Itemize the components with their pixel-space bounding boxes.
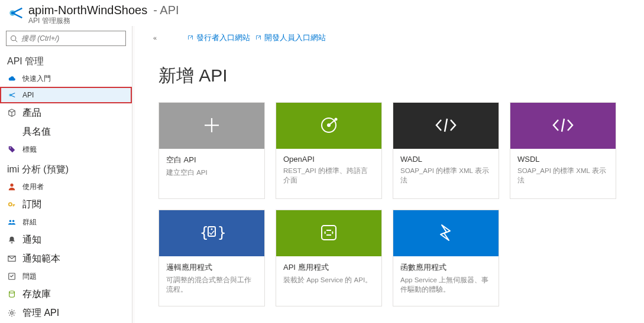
- sidebar-item-label: 通知: [22, 234, 41, 246]
- svg-point-6: [10, 184, 13, 187]
- tile-WADL[interactable]: WADLSOAP_API 的標準 XML 表示法: [393, 102, 499, 199]
- developer-portal-link[interactable]: 開發人員入口網站: [255, 32, 326, 43]
- mail-icon: [7, 254, 17, 263]
- tile-icon-area: [276, 210, 381, 256]
- svg-point-12: [9, 291, 15, 293]
- section-heading: imi 分析 (預覽): [0, 158, 132, 178]
- tag-icon: [7, 145, 17, 154]
- svg-point-7: [9, 203, 12, 205]
- tile-title: 空白 API: [166, 155, 257, 165]
- tile-title: WSDL: [517, 155, 609, 164]
- sidebar-item-產品[interactable]: 產品: [0, 103, 132, 122]
- tile-title: WADL: [400, 155, 491, 164]
- plus-icon: [201, 115, 222, 138]
- tile-description: SOAP_API 的標準 XML 表示法: [517, 166, 609, 185]
- sidebar-item-label: 具名值: [22, 126, 51, 138]
- tile-title: OpenAPI: [283, 155, 374, 164]
- sidebar-item-群組[interactable]: 群組: [0, 214, 132, 230]
- svg-point-13: [11, 312, 13, 314]
- code-icon: [434, 116, 458, 136]
- search-icon: [10, 35, 18, 43]
- tile-API 應用程式[interactable]: API 應用程式裝載於 App Service 的 API。: [276, 210, 382, 306]
- sidebar-item-通知範本[interactable]: 通知範本: [0, 249, 132, 268]
- repo-icon: [7, 289, 17, 299]
- tile-description: 建立空白 API: [166, 168, 257, 177]
- tile-title: API 應用程式: [283, 262, 374, 273]
- tile-title: 函數應用程式: [400, 262, 491, 273]
- tile-body: 邏輯應用程式可調整的混合式整合與工作流程。: [159, 256, 264, 306]
- sidebar-item-label: 存放庫: [22, 288, 51, 301]
- svg-text:}: }: [218, 224, 225, 241]
- sidebar-item-標籤[interactable]: 標籤: [0, 141, 132, 158]
- sidebar-item-問題[interactable]: 問題: [0, 268, 132, 285]
- tile-description: SOAP_API 的標準 XML 表示法: [400, 166, 491, 185]
- sidebar-item-label: 通知範本: [22, 253, 60, 265]
- resource-type: API 管理服務: [28, 16, 179, 26]
- openapi-icon: [317, 113, 341, 139]
- code-icon: [551, 116, 575, 136]
- issue-icon: [7, 272, 17, 281]
- svg-text:{: {: [200, 224, 208, 241]
- svg-point-1: [11, 12, 14, 15]
- tile-icon-area: [510, 103, 616, 149]
- resource-suffix: - API: [153, 4, 179, 17]
- svg-point-2: [11, 35, 16, 40]
- resource-name: apim-NorthWindShoes: [28, 4, 147, 17]
- tile-OpenAPI[interactable]: OpenAPIREST_API 的標準、跨語言介面: [276, 102, 382, 199]
- svg-point-17: [335, 118, 338, 120]
- apim-logo-icon: [8, 5, 23, 21]
- tile-WSDL[interactable]: WSDLSOAP_API 的標準 XML 表示法: [510, 102, 616, 199]
- sidebar-item-label: 群組: [22, 217, 37, 227]
- section-heading: API 管理: [0, 50, 132, 70]
- svg-point-5: [10, 148, 11, 149]
- sidebar-item-label: 產品: [22, 107, 41, 119]
- sidebar-item-label: 問題: [22, 272, 37, 282]
- tile-函數應用程式[interactable]: 函數應用程式App Service 上無伺服器、事件驅動的體驗。: [393, 210, 499, 306]
- search-input-wrap[interactable]: [6, 31, 126, 46]
- sidebar-item-快速入門[interactable]: 快速入門: [0, 70, 132, 87]
- sidebar-item-API[interactable]: API: [0, 87, 132, 103]
- publisher-portal-link[interactable]: 發行者入口網站: [187, 32, 250, 43]
- sidebar-item-通知[interactable]: 通知: [0, 230, 132, 249]
- sidebar-item-label: 快速入門: [22, 74, 51, 84]
- page-title: 新增 API: [158, 64, 644, 88]
- external-link-icon: [255, 34, 262, 41]
- svg-point-8: [9, 220, 12, 223]
- tile-body: WADLSOAP_API 的標準 XML 表示法: [393, 149, 499, 198]
- svg-line-3: [15, 40, 17, 41]
- group-icon: [7, 217, 17, 227]
- tile-body: 空白 API建立空白 API: [159, 149, 264, 198]
- header: apim-NorthWindShoes - API API 管理服務: [0, 0, 644, 26]
- tile-title: 邏輯應用程式: [166, 262, 257, 273]
- svg-point-20: [211, 228, 213, 230]
- tile-body: WSDLSOAP_API 的標準 XML 表示法: [510, 149, 616, 198]
- tile-icon-area: [393, 210, 499, 256]
- sidebar-item-存放庫[interactable]: 存放庫: [0, 285, 132, 304]
- tile-description: 可調整的混合式整合與工作流程。: [166, 275, 257, 294]
- function-icon: [435, 221, 457, 246]
- svg-rect-19: [208, 227, 215, 236]
- appsvc-icon: [318, 222, 339, 245]
- sidebar: API 管理快速入門API產品具名值標籤imi 分析 (預覽)使用者訂閱群組通知…: [0, 26, 132, 323]
- search-input[interactable]: [18, 34, 122, 43]
- blank-icon: [7, 127, 17, 136]
- user-icon: [7, 182, 17, 191]
- cube-icon: [7, 108, 17, 118]
- sidebar-item-使用者[interactable]: 使用者: [0, 178, 132, 195]
- page-breadcrumb: apim-NorthWindShoes - API: [28, 4, 179, 17]
- content-area: « 發行者入口網站 開發人員入口網站 新增 API 空白 API建立空白 API…: [132, 26, 644, 323]
- sidebar-item-管理 API[interactable]: 管理 API: [0, 304, 132, 322]
- tile-body: API 應用程式裝載於 App Service 的 API。: [276, 256, 381, 306]
- tile-body: 函數應用程式App Service 上無伺服器、事件驅動的體驗。: [393, 256, 499, 306]
- tile-icon-area: [159, 103, 264, 149]
- tile-邏輯應用程式[interactable]: {}邏輯應用程式可調整的混合式整合與工作流程。: [158, 210, 265, 306]
- sidebar-item-訂閱[interactable]: 訂閱: [0, 195, 132, 214]
- tile-icon-area: [276, 103, 381, 149]
- sidebar-item-label: 管理 API: [22, 307, 59, 319]
- key-icon: [7, 200, 17, 209]
- tile-空白 API[interactable]: 空白 API建立空白 API: [158, 102, 265, 199]
- collapse-sidebar-button[interactable]: «: [149, 34, 161, 41]
- sidebar-item-label: 使用者: [22, 182, 44, 192]
- sidebar-item-具名值[interactable]: 具名值: [0, 122, 132, 141]
- external-link-icon: [187, 34, 194, 41]
